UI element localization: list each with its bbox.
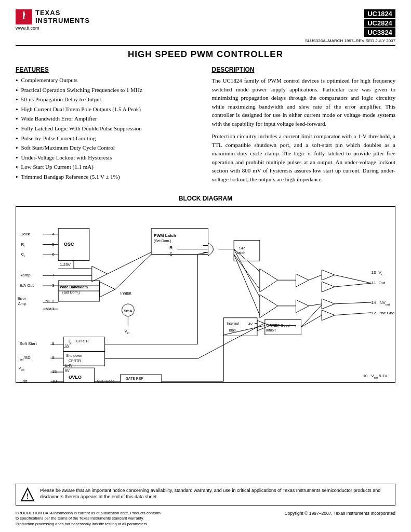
svg-text:11: 11 (372, 281, 376, 285)
svg-text:!: ! (26, 493, 29, 500)
svg-text:Amp: Amp (18, 301, 26, 306)
svg-text:VREF Good: VREF Good (270, 324, 290, 327)
svg-text:Pwr Gnd: Pwr Gnd (379, 311, 395, 315)
description-title: DESCRIPTION (212, 66, 396, 73)
feature-item: Complementary Outputs (16, 76, 200, 85)
svg-line-66 (335, 283, 372, 287)
svg-text:i: i (23, 11, 25, 17)
description-p2: Protection circuitry includes a current … (212, 132, 396, 183)
svg-marker-138 (296, 300, 309, 313)
svg-text:Clock: Clock (20, 232, 30, 236)
svg-text:Shutdown: Shutdown (66, 354, 82, 357)
features-column: FEATURES Complementary Outputs Practical… (16, 66, 200, 188)
svg-marker-130 (260, 295, 278, 318)
svg-text:CPRTR: CPRTR (69, 359, 81, 363)
svg-marker-129 (260, 269, 278, 292)
svg-rect-110 (223, 318, 257, 336)
svg-text:(Set Dom.): (Set Dom.) (154, 239, 171, 243)
svg-text:1.25V: 1.25V (60, 262, 71, 267)
svg-text:Inhibit: Inhibit (266, 328, 276, 332)
footer-bottom: PRODUCTION DATA information is current a… (16, 511, 395, 527)
feature-item: High Current Dual Totem Pole Outputs (1.… (16, 105, 200, 114)
page: t i TEXAS INSTRUMENTS www.ti.com UC1824 … (0, 0, 411, 532)
svg-line-73 (335, 302, 372, 304)
block-diagram-section: BLOCK DIAGRAM Clock 4 Rt 5 Ct 6 OSC (16, 195, 395, 478)
svg-text:3: 3 (52, 283, 55, 288)
svg-text:INVout: INVout (379, 300, 390, 306)
svg-text:Vref 5.1V: Vref 5.1V (372, 374, 388, 379)
svg-text:Vin: Vin (124, 329, 129, 335)
svg-text:Vcc: Vcc (19, 366, 24, 371)
copyright-text: Copyright © 1997–2007, Texas Instruments… (284, 511, 395, 516)
svg-text:Ramp: Ramp (20, 273, 31, 277)
feature-item: Low Start Up Current (1.1 mA) (16, 163, 200, 171)
feature-item: Pulse-by-Pulse Current Limiting (16, 135, 200, 143)
svg-text:Gnd: Gnd (20, 379, 28, 382)
svg-text:10: 10 (363, 374, 368, 378)
feature-item: Fully Latched Logic With Double Pulse Su… (16, 125, 200, 133)
svg-text:S: S (169, 251, 173, 257)
svg-text:1.4V: 1.4V (65, 364, 73, 367)
footer-warning: ! Please be aware that an important noti… (16, 484, 395, 506)
svg-text:Soft Start: Soft Start (20, 341, 37, 346)
block-diagram-title: BLOCK DIAGRAM (16, 195, 395, 202)
main-title: HIGH SPEED PWM CONTROLLER (16, 49, 395, 60)
svg-text:UVLO: UVLO (69, 375, 82, 380)
svg-text:9mA: 9mA (124, 309, 132, 313)
part-number-2: UC2824 (364, 19, 395, 28)
svg-text:5: 5 (52, 242, 55, 247)
doc-info: SLUS326A–MARCH 1997–REVISED JULY 2007 (305, 38, 395, 43)
svg-text:1: 1 (52, 307, 55, 311)
svg-text:7: 7 (52, 273, 55, 277)
svg-text:9: 9 (52, 355, 55, 360)
svg-text:Ct: Ct (21, 252, 25, 258)
ti-text: TEXAS INSTRUMENTS (35, 9, 90, 24)
header-divider (16, 45, 395, 46)
part-number-3: UC3824 (364, 28, 395, 37)
svg-text:NI: NI (45, 299, 49, 303)
svg-text:R: R (169, 245, 173, 250)
svg-text:SR: SR (239, 246, 245, 250)
svg-text:Rt: Rt (21, 242, 25, 248)
svg-text:CPRTR: CPRTR (76, 339, 89, 343)
feature-item: Soft Start/Maximum Duty Cycle Control (16, 144, 200, 152)
svg-text:8: 8 (52, 341, 55, 346)
svg-text:9V: 9V (65, 369, 70, 373)
feature-item: 50-ns Propagation Delay to Output (16, 96, 200, 104)
svg-line-139 (309, 275, 322, 280)
feature-item: Under-Voltage Lockout with Hysteresis (16, 154, 200, 162)
svg-marker-137 (296, 274, 309, 287)
two-col-section: FEATURES Complementary Outputs Practical… (16, 66, 395, 188)
svg-marker-71 (322, 299, 335, 309)
svg-text:15: 15 (52, 369, 57, 374)
svg-text:Vc: Vc (379, 270, 383, 276)
svg-line-79 (301, 315, 322, 327)
svg-text:14: 14 (372, 300, 376, 305)
feature-item: Wide Bandwidth Error Amplifier (16, 115, 200, 123)
svg-text:PWM Latch: PWM Latch (154, 233, 176, 238)
svg-line-74 (335, 313, 372, 315)
svg-text:Out: Out (379, 281, 386, 285)
features-list: Complementary Outputs Practical Operatio… (16, 76, 200, 181)
svg-text:13: 13 (372, 270, 376, 275)
svg-text:VCC Good: VCC Good (97, 379, 115, 382)
svg-text:4V: 4V (248, 322, 253, 326)
svg-line-131 (234, 249, 260, 272)
ti-badge: t i (16, 9, 32, 24)
feature-item: Practical Operation Switching Frequencie… (16, 86, 200, 95)
description-p1: The UC1824 family of PWM control devices… (212, 76, 396, 128)
svg-text:Internal: Internal (227, 322, 239, 325)
svg-marker-44 (100, 282, 115, 297)
production-text: PRODUCTION DATA information is current a… (16, 511, 161, 527)
svg-text:GATE  REF: GATE REF (125, 377, 143, 380)
svg-text:1V: 1V (65, 344, 70, 348)
description-column: DESCRIPTION The UC1824 family of PWM con… (212, 66, 396, 188)
svg-line-133 (234, 249, 260, 297)
svg-text:2: 2 (52, 299, 55, 303)
ti-logo: t i TEXAS INSTRUMENTS www.ti.com (16, 9, 90, 31)
svg-text:GEN: GEN (129, 382, 137, 382)
svg-marker-26 (92, 266, 108, 282)
svg-marker-63 (322, 270, 335, 280)
svg-text:Error: Error (18, 296, 26, 301)
svg-text:Bias: Bias (229, 328, 236, 332)
